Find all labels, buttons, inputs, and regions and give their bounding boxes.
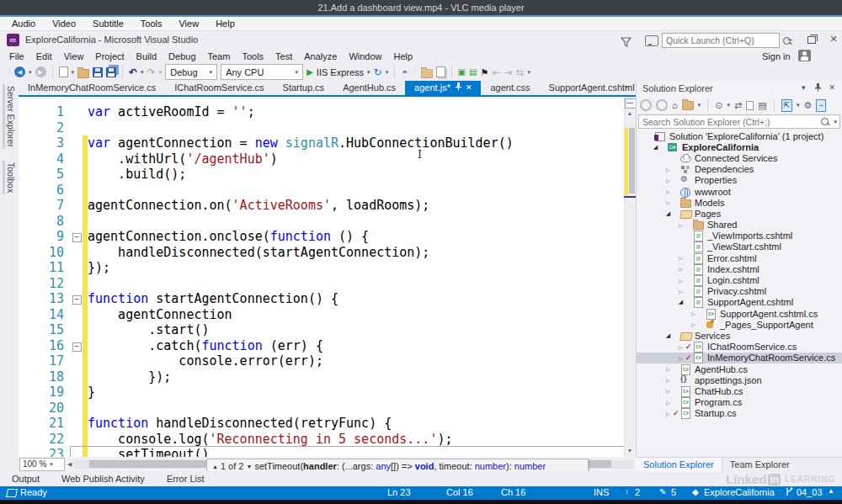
restore-button[interactable] — [803, 33, 820, 46]
tab-close-icon[interactable]: ✕ — [466, 84, 472, 92]
editor-zoom-combo[interactable]: 100 % ▾ — [19, 458, 65, 471]
filter-caret[interactable]: ▾ — [727, 102, 730, 109]
vs-menu-analyze[interactable]: Analyze — [298, 51, 343, 61]
quick-launch-input[interactable] — [663, 35, 783, 45]
navigate-forward-icon[interactable]: ▶ — [35, 66, 46, 77]
tree-item-viewstart-cshtml[interactable]: @_ViewStart.cshtml — [637, 241, 842, 252]
side-tab-server-explorer[interactable]: Server Explorer — [3, 84, 17, 149]
code-line-18[interactable]: 18 }); — [19, 369, 624, 385]
collapsed-arrow-icon[interactable]: ▷ — [676, 344, 685, 350]
code-line-17[interactable]: 17 console.error(err); — [19, 353, 624, 369]
code-line-3[interactable]: 3var agentConnection = new signalR.HubCo… — [19, 135, 624, 151]
vs-menu-edit[interactable]: Edit — [30, 51, 58, 61]
publish-caret-icon[interactable]: ▲ — [828, 487, 834, 495]
navigate-back-caret[interactable]: ▾ — [29, 69, 32, 76]
incoming-commits-count[interactable]: 2 — [635, 487, 640, 497]
undo-icon[interactable]: ↶ — [129, 66, 137, 79]
vs-menu-file[interactable]: File — [3, 51, 30, 61]
save-icon[interactable] — [93, 67, 103, 77]
tree-item-ichatroomservice-cs[interactable]: ▷✓C#IChatRoomService.cs — [637, 342, 842, 353]
collapsed-arrow-icon[interactable]: ▷ — [663, 199, 673, 205]
collapsed-arrow-icon[interactable]: ▷ — [663, 400, 673, 406]
tool-tab-solution-explorer[interactable]: Solution Explorer — [636, 458, 722, 472]
quick-launch-box[interactable] — [662, 33, 780, 48]
tree-item-error-cshtml[interactable]: ▷@Error.cshtml — [637, 252, 842, 263]
code-line-23[interactable]: 23 setTimeout() — [19, 447, 624, 457]
solution-search-box[interactable]: ▾ — [638, 114, 840, 129]
pin-icon[interactable] — [814, 83, 821, 93]
code-editor[interactable]: 1var activeRoomId = '';23var agentConnec… — [19, 104, 624, 457]
comment-icon[interactable]: ▣ — [458, 66, 466, 79]
collapsed-arrow-icon[interactable]: ▷ — [676, 222, 685, 228]
close-button[interactable]: ✕ — [825, 33, 842, 46]
scroll-down-arrow[interactable]: ▼ — [624, 448, 636, 454]
undo-caret[interactable]: ▾ — [141, 69, 144, 76]
tree-item-services[interactable]: ◢Services — [637, 330, 842, 341]
sign-in-link[interactable]: Sign in — [762, 51, 791, 61]
save-all-icon[interactable] — [106, 67, 116, 77]
tab-list-caret[interactable]: ▾ — [625, 84, 628, 91]
fold-margin[interactable]: − — [71, 229, 83, 245]
collapse-all-icon[interactable]: − — [816, 99, 825, 112]
tree-item-program-cs[interactable]: ▷C#Program.cs — [637, 397, 842, 408]
code-line-7[interactable]: 7agentConnection.on('ActiveRooms', loadR… — [19, 198, 624, 214]
code-line-6[interactable]: 6 — [19, 183, 624, 199]
code-line-16[interactable]: 16− .catch(function (err) { — [19, 338, 624, 354]
tree-item-shared[interactable]: ▷Shared — [637, 220, 842, 231]
properties-gear-icon[interactable]: ⚙ — [804, 99, 813, 111]
tree-item-connected-services[interactable]: Connected Services — [637, 152, 842, 163]
tree-item-index-cshtml[interactable]: ▷@Index.cshtml — [637, 263, 842, 274]
solution-platform-combo[interactable]: Any CPU ▾ — [221, 64, 303, 80]
collapsed-arrow-icon[interactable]: ▷ — [663, 411, 673, 416]
sync-caret[interactable]: ▾ — [797, 102, 800, 109]
editor-tab-inmemorychatroomservice-cs[interactable]: InMemoryChatRoomService.cs — [19, 81, 165, 95]
panel-tab-web-publish-activity[interactable]: Web Publish Activity — [61, 474, 145, 484]
collapsed-arrow-icon[interactable]: ▷ — [676, 289, 685, 294]
collapsed-arrow-icon[interactable]: ▷ — [689, 321, 698, 327]
tree-item-agenthub-cs[interactable]: ▷C#AgentHub.cs — [637, 363, 842, 374]
unsaved-edits-count[interactable]: 5 — [671, 487, 676, 497]
tree-item-supportagent-cshtml[interactable]: ◢@SupportAgent.cshtml — [637, 297, 842, 308]
scrollbar-thumb[interactable] — [629, 128, 635, 194]
pending-changes-filter-icon[interactable]: ⊙ — [715, 99, 722, 111]
code-line-5[interactable]: 5 .build(); — [19, 167, 624, 183]
redo-icon[interactable]: ↷ — [147, 66, 156, 79]
hint-up-arrow[interactable]: ▲ — [212, 464, 218, 470]
pin-icon[interactable] — [455, 81, 461, 95]
code-line-12[interactable]: 12 — [19, 276, 624, 292]
tree-item-pages[interactable]: ◢Pages — [637, 208, 842, 219]
tree-item-solution-explorecalifornia-1-project[interactable]: Solution 'ExploreCalifornia' (1 project) — [637, 130, 842, 141]
branch-icon[interactable] — [786, 487, 794, 498]
uncomment-icon[interactable]: ▤ — [469, 66, 477, 79]
editor-tab-agenthub-cs[interactable]: AgentHub.cs — [333, 81, 405, 95]
tree-item-dependencies[interactable]: ▷Dependencies — [637, 164, 842, 175]
new-file-caret[interactable]: ▾ — [72, 69, 75, 76]
tree-item-viewimports-cshtml[interactable]: @_ViewImports.cshtml — [637, 231, 842, 241]
expanded-arrow-icon[interactable]: ◢ — [663, 332, 673, 339]
vs-menu-project[interactable]: Project — [89, 51, 130, 61]
collapsed-arrow-icon[interactable]: ▷ — [676, 278, 685, 284]
tree-item-startup-cs[interactable]: ▷✓C#Startup.cs — [637, 408, 842, 419]
user-avatar-icon[interactable] — [798, 50, 811, 61]
editor-tab-agent-js[interactable]: agent.js*✕ — [405, 81, 481, 95]
run-target-label[interactable]: IIS Express — [317, 67, 364, 77]
vs-menu-tools[interactable]: Tools — [236, 51, 269, 61]
tree-item-explorecalifornia[interactable]: ◢C#ExploreCalifornia — [637, 141, 842, 152]
editor-tab-agent-css[interactable]: agent.css — [481, 81, 539, 95]
panel-menu-caret[interactable]: ▾ — [802, 83, 806, 93]
expanded-arrow-icon[interactable]: ◢ — [663, 210, 673, 217]
code-line-10[interactable]: 10 handleDisconnected(startAgentConnecti… — [19, 245, 624, 261]
feedback-icon[interactable] — [645, 35, 658, 46]
solution-search-input[interactable] — [639, 117, 821, 127]
collapsed-arrow-icon[interactable]: ▷ — [663, 388, 673, 394]
code-line-20[interactable]: 20 — [19, 401, 624, 416]
vs-menu-debug[interactable]: Debug — [163, 51, 201, 61]
code-line-11[interactable]: 11}); — [19, 260, 624, 276]
fold-collapse-icon[interactable]: − — [72, 233, 82, 242]
scroll-up-arrow[interactable]: ▲ — [624, 110, 636, 116]
vlc-menu-help[interactable]: Help — [207, 19, 243, 29]
code-line-1[interactable]: 1var activeRoomId = ''; — [19, 104, 624, 120]
repo-name[interactable]: ExploreCalifornia — [704, 487, 775, 497]
toolbar-overflow-caret[interactable]: ▾ — [528, 69, 531, 76]
expanded-arrow-icon[interactable]: ◢ — [676, 299, 685, 305]
